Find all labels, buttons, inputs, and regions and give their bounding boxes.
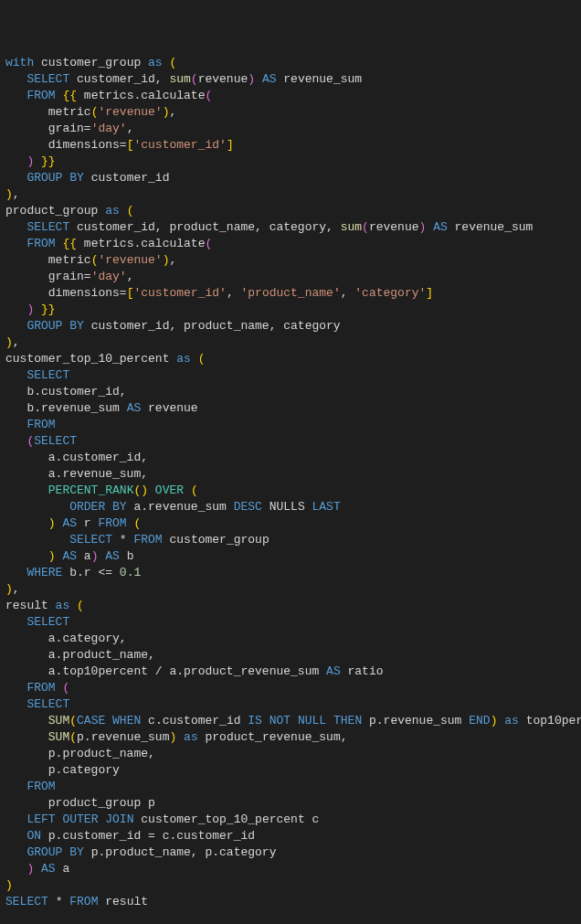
token-id: p.revenue_sum xyxy=(77,730,169,744)
token-id: grain xyxy=(5,270,84,283)
code-line: a.product_name, xyxy=(5,647,576,664)
token-id xyxy=(426,220,433,234)
code-line: ), xyxy=(5,581,576,598)
token-op: = xyxy=(148,829,155,843)
token-kw: LEFT xyxy=(26,812,55,826)
code-line: LEFT OUTER JOIN customer_top_10_percent … xyxy=(5,812,576,828)
code-line: GROUP BY p.product_name, p.category xyxy=(5,844,576,861)
token-id: , xyxy=(13,582,20,596)
code-line: SELECT xyxy=(5,614,576,631)
token-kw: GROUP BY xyxy=(26,171,83,185)
token-kw: GROUP BY xyxy=(26,845,83,859)
token-op: <= xyxy=(98,566,112,579)
token-kw: WHERE xyxy=(26,566,62,579)
token-id: , xyxy=(341,286,355,300)
token-op: / xyxy=(155,664,163,678)
code-line: SELECT customer_id, sum(revenue) AS reve… xyxy=(5,71,576,88)
token-pn: () xyxy=(133,483,148,497)
code-line: a.category, xyxy=(5,631,576,647)
token-id: b.r xyxy=(62,566,98,579)
token-str: 'day' xyxy=(91,270,127,283)
token-kw: as xyxy=(148,56,163,69)
token-id xyxy=(105,714,112,728)
token-id: a.revenue_sum, xyxy=(5,467,148,481)
token-str: 'revenue' xyxy=(98,105,162,119)
token-id: dimensions xyxy=(5,286,120,300)
token-id: p.product_name, p.category xyxy=(84,845,277,859)
token-pn: ) xyxy=(5,187,13,201)
token-str: 'day' xyxy=(91,122,127,135)
token-kw: THEN xyxy=(333,714,362,728)
token-fn: SUM xyxy=(48,730,69,744)
code-line: GROUP BY customer_id, product_name, cate… xyxy=(5,318,576,335)
code-line: b.customer_id, xyxy=(5,384,576,400)
code-line: GROUP BY customer_id xyxy=(5,170,576,186)
code-line: SELECT xyxy=(5,367,576,384)
token-pn: {{ xyxy=(62,89,77,102)
code-line: PERCENT_RANK() OVER ( xyxy=(5,483,576,499)
token-kw: NULL xyxy=(298,714,326,728)
code-line: SELECT xyxy=(5,696,576,713)
code-line: metric('revenue'), xyxy=(5,104,576,121)
token-num: 0.1 xyxy=(120,566,141,579)
code-line: a.top10percent / a.product_revenue_sum A… xyxy=(5,664,576,680)
token-pn: ( xyxy=(198,352,206,366)
token-id: p.revenue_sum xyxy=(362,714,469,728)
token-id xyxy=(5,730,48,744)
token-id xyxy=(5,714,48,728)
token-id: a.top10percent xyxy=(5,664,155,678)
token-kw: AS xyxy=(41,862,56,876)
token-id: , xyxy=(227,286,241,300)
token-pn2: ( xyxy=(205,89,212,102)
token-id: a.product_name, xyxy=(5,648,155,662)
code-line: ON p.customer_id = c.customer_id xyxy=(5,828,576,844)
token-id xyxy=(5,812,26,826)
token-id xyxy=(5,681,26,695)
token-id: top10percent, xyxy=(519,714,581,728)
token-id xyxy=(5,319,26,333)
code-line: p.product_name, xyxy=(5,746,576,762)
code-line: FROM xyxy=(5,779,576,795)
token-kw: AS xyxy=(433,220,448,234)
token-pn: ) xyxy=(48,516,56,530)
token-pn2: ( xyxy=(205,237,212,250)
code-line: ) xyxy=(5,877,576,894)
token-id: a.revenue_sum xyxy=(127,500,234,514)
token-id xyxy=(5,237,26,250)
token-kw: as xyxy=(176,352,191,366)
code-line: ) AS a xyxy=(5,861,576,877)
token-kw: as xyxy=(56,599,70,612)
token-kw: SELECT xyxy=(26,368,69,382)
token-kw: AS xyxy=(127,401,142,415)
token-kw: FROM xyxy=(98,516,126,530)
code-line: FROM {{ metrics.calculate( xyxy=(5,236,576,252)
token-id xyxy=(290,714,298,728)
token-kw: SELECT xyxy=(26,615,69,629)
token-id: , xyxy=(127,122,134,135)
token-pn: ( xyxy=(133,516,141,530)
token-id: p.product_name, xyxy=(5,747,155,760)
code-line: ), xyxy=(5,186,576,203)
token-py: OVER xyxy=(155,483,184,497)
token-id xyxy=(5,89,26,102)
token-op: = xyxy=(84,270,91,283)
code-line: ) }} xyxy=(5,302,576,318)
token-id xyxy=(5,220,26,234)
token-id: customer_group xyxy=(34,56,148,69)
token-pn2: ( xyxy=(62,681,69,695)
token-op: = xyxy=(84,122,91,135)
token-pn2: ) xyxy=(248,72,255,86)
token-id: product_group xyxy=(5,204,105,218)
token-pn: ( xyxy=(77,599,84,612)
token-id xyxy=(176,730,184,744)
code-line: ) AS r FROM ( xyxy=(5,515,576,532)
token-op: = xyxy=(120,286,127,300)
token-op: * xyxy=(120,533,127,547)
token-id xyxy=(5,862,26,876)
token-id xyxy=(5,697,26,711)
token-kw: AS xyxy=(326,664,341,678)
token-id: customer_id, xyxy=(69,72,169,86)
token-id xyxy=(5,516,48,530)
token-id xyxy=(184,483,191,497)
token-id: p.customer_id xyxy=(41,829,148,843)
